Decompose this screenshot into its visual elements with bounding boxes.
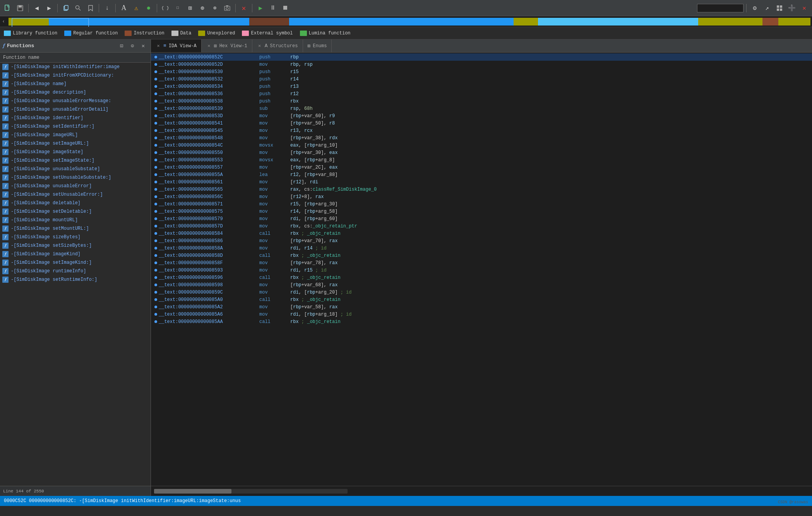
grid-icon[interactable] — [774, 3, 785, 14]
navmap-toggle[interactable]: ‹ — [0, 16, 7, 27]
function-list-item[interactable]: 𝑓-[SimDiskImage unusableSubstate] — [0, 165, 151, 173]
forward-icon[interactable]: ▶ — [44, 3, 55, 14]
code-row[interactable]: __text:00000000000085A0 call rbx ; _objc… — [151, 296, 812, 303]
code-row[interactable]: __text:0000000000008593 mov rdi, r15 ; i… — [151, 267, 812, 274]
save-icon[interactable] — [15, 3, 26, 14]
nav-plus-icon[interactable]: ⊕ — [197, 3, 208, 14]
code-row[interactable]: __text:0000000000008598 mov [rbp+var_68]… — [151, 281, 812, 289]
code-row[interactable]: __text:0000000000008586 mov [rbp+var_70]… — [151, 237, 812, 244]
code-row[interactable]: __text:000000000000852D mov rbp, rsp — [151, 61, 812, 68]
code-row[interactable]: __text:0000000000008539 sub rsp, 68h — [151, 105, 812, 112]
new-file-icon[interactable] — [2, 3, 13, 14]
function-list-item[interactable]: 𝑓-[SimDiskImage setDeletable:] — [0, 207, 151, 216]
tab-enums[interactable]: ⊞ Enums — [303, 39, 332, 52]
function-list-item[interactable]: 𝑓-[SimDiskImage setIdentifier:] — [0, 122, 151, 131]
code-row[interactable]: __text:0000000000008565 mov rax, cs:clas… — [151, 186, 812, 193]
functions-panel-close-btn[interactable]: ✕ — [139, 42, 147, 50]
code-braces-icon[interactable]: { } — [160, 3, 171, 14]
code-row[interactable]: __text:000000000000854C movsx eax, [rbp+… — [151, 142, 812, 149]
functions-list[interactable]: 𝑓-[SimDiskImage initWithIdentifier:image… — [0, 63, 151, 486]
code-row[interactable]: __text:00000000000085A2 mov [rbp+var_58]… — [151, 303, 812, 311]
code-row[interactable]: __text:000000000000857D mov rbx, cs:_obj… — [151, 222, 812, 230]
close-window-icon[interactable]: ✕ — [799, 3, 810, 14]
add-col-icon[interactable]: ⊞ — [185, 3, 195, 14]
code-row[interactable]: __text:000000000000858F mov [rbp+var_78]… — [151, 259, 812, 267]
functions-panel-pin-btn[interactable]: ⊙ — [128, 42, 137, 50]
function-list-item[interactable]: 𝑓-[SimDiskImage setMountURL:] — [0, 224, 151, 233]
code-row[interactable]: __text:00000000000085A6 mov rdi, [rbp+ar… — [151, 311, 812, 318]
function-list-item[interactable]: 𝑓-[SimDiskImage mountURL] — [0, 216, 151, 224]
functions-panel-lock-btn[interactable]: ⊡ — [117, 42, 126, 50]
jump-down-icon[interactable]: ↓ — [102, 3, 113, 14]
horizontal-scrollbar-thumb[interactable] — [154, 489, 231, 494]
code-row[interactable]: __text:000000000000859C mov rdi, [rbp+ar… — [151, 289, 812, 296]
function-list-item[interactable]: 𝑓-[SimDiskImage deletable] — [0, 199, 151, 207]
function-list-item[interactable]: 𝑓-[SimDiskImage setImageKind:] — [0, 258, 151, 267]
tab-ida-view-a[interactable]: ✕ ≡ IDA View-A — [151, 39, 202, 52]
search-icon[interactable] — [73, 3, 84, 14]
code-row[interactable]: __text:0000000000008532 push r14 — [151, 75, 812, 83]
font-a-icon[interactable]: A — [118, 3, 129, 14]
function-list-item[interactable]: 𝑓-[SimDiskImage identifier] — [0, 114, 151, 122]
code-row[interactable]: __text:0000000000008530 push r15 — [151, 68, 812, 75]
snapshot-icon[interactable] — [222, 3, 233, 14]
horizontal-scrollbar[interactable] — [154, 489, 348, 494]
code-row[interactable]: __text:0000000000008571 mov r15, [rbp+ar… — [151, 200, 812, 208]
code-row[interactable]: __text:0000000000008553 movsx eax, [rbp+… — [151, 156, 812, 164]
code-row[interactable]: __text:0000000000008584 call rbx ; _objc… — [151, 230, 812, 237]
code-row[interactable]: __text:0000000000008545 mov r13, rcx — [151, 127, 812, 134]
settings-icon[interactable]: ⚙ — [749, 3, 760, 14]
function-list-item[interactable]: 𝑓-[SimDiskImage unusableError] — [0, 182, 151, 190]
warning-icon[interactable]: ⚠ — [131, 3, 142, 14]
cross-nav-icon[interactable]: ⊗ — [209, 3, 220, 14]
code-row[interactable]: __text:000000000000856C mov [r12+8], rax — [151, 193, 812, 200]
function-list-item[interactable]: 𝑓-[SimDiskImage imageURL] — [0, 131, 151, 139]
red-x-icon[interactable]: ✕ — [238, 3, 249, 14]
tab-close-hex-view-1[interactable]: ✕ — [206, 43, 212, 49]
code-row[interactable]: __text:0000000000008579 mov rdi, [rbp+ar… — [151, 215, 812, 222]
code-row[interactable]: __text:000000000000853D mov [rbp+var_60]… — [151, 112, 812, 120]
code-row[interactable]: __text:0000000000008541 mov [rbp+var_50]… — [151, 120, 812, 127]
function-list-item[interactable]: 𝑓-[SimDiskImage setImageState:] — [0, 156, 151, 165]
code-row[interactable]: __text:0000000000008548 mov [rbp+var_38]… — [151, 134, 812, 142]
navigation-map[interactable]: ‹ — [0, 16, 812, 27]
code-row[interactable]: __text:0000000000008538 push rbx — [151, 97, 812, 105]
code-row[interactable]: __text:000000000000858A mov rdi, r14 ; i… — [151, 244, 812, 252]
bookmarks-icon[interactable] — [85, 3, 96, 14]
code-row[interactable]: __text:000000000000855A lea r12, [rbp+va… — [151, 171, 812, 178]
code-row[interactable]: __text:0000000000008550 mov [rbp+var_30]… — [151, 149, 812, 156]
code-row[interactable]: __text:00000000000085AA call rbx ; _objc… — [151, 318, 812, 325]
export-icon[interactable]: ↗ — [762, 3, 773, 14]
hex-view-icon[interactable]: □ — [172, 3, 183, 14]
function-list-item[interactable]: 𝑓-[SimDiskImage imageKind] — [0, 250, 151, 258]
green-dot-icon[interactable]: ● — [143, 3, 154, 14]
code-row[interactable]: __text:0000000000008575 mov r14, [rbp+ar… — [151, 208, 812, 215]
search-input[interactable] — [697, 4, 743, 12]
add-icon[interactable]: ➕ — [786, 3, 797, 14]
function-list-item[interactable]: 𝑓-[SimDiskImage initWithIdentifier:image — [0, 63, 151, 71]
tab-hex-view-1[interactable]: ✕ ⊞ Hex View-1 — [202, 39, 252, 52]
function-list-item[interactable]: 𝑓-[SimDiskImage initFromXPCDictionary: — [0, 71, 151, 80]
code-row[interactable]: __text:0000000000008561 mov [r12], rdi — [151, 178, 812, 186]
code-row[interactable]: __text:000000000000852C push rbp — [151, 53, 812, 61]
function-list-item[interactable]: 𝑓-[SimDiskImage setImageURL:] — [0, 139, 151, 148]
function-list-item[interactable]: 𝑓-[SimDiskImage runtimeInfo] — [0, 267, 151, 275]
function-list-item[interactable]: 𝑓-[SimDiskImage description] — [0, 88, 151, 97]
code-row[interactable]: __text:0000000000008596 call rbx ; _objc… — [151, 274, 812, 281]
function-list-item[interactable]: 𝑓-[SimDiskImage unusableErrorMessage: — [0, 97, 151, 105]
pause-icon[interactable]: ⏸ — [267, 3, 278, 14]
code-row[interactable]: __text:0000000000008557 mov [rbp+var_2C]… — [151, 164, 812, 171]
code-row[interactable]: __text:0000000000008534 push r13 — [151, 83, 812, 90]
stop-icon[interactable]: ⏹ — [280, 3, 291, 14]
tab-close-structures[interactable]: ✕ — [257, 43, 262, 49]
play-icon[interactable]: ▶ — [255, 3, 266, 14]
function-list-item[interactable]: 𝑓-[SimDiskImage name] — [0, 80, 151, 88]
function-list-item[interactable]: 𝑓-[SimDiskImage sizeBytes] — [0, 233, 151, 241]
code-row[interactable]: __text:0000000000008536 push r12 — [151, 90, 812, 97]
function-list-item[interactable]: 𝑓-[SimDiskImage setUnusableError:] — [0, 190, 151, 199]
back-icon[interactable]: ◀ — [31, 3, 42, 14]
function-list-item[interactable]: 𝑓-[SimDiskImage setSizeBytes:] — [0, 241, 151, 250]
code-row[interactable]: __text:000000000000858D call rbx ; _objc… — [151, 252, 812, 259]
function-list-item[interactable]: 𝑓-[SimDiskImage unusableErrorDetail] — [0, 105, 151, 114]
code-view[interactable]: __text:000000000000852C push rbp __text:… — [151, 53, 812, 486]
